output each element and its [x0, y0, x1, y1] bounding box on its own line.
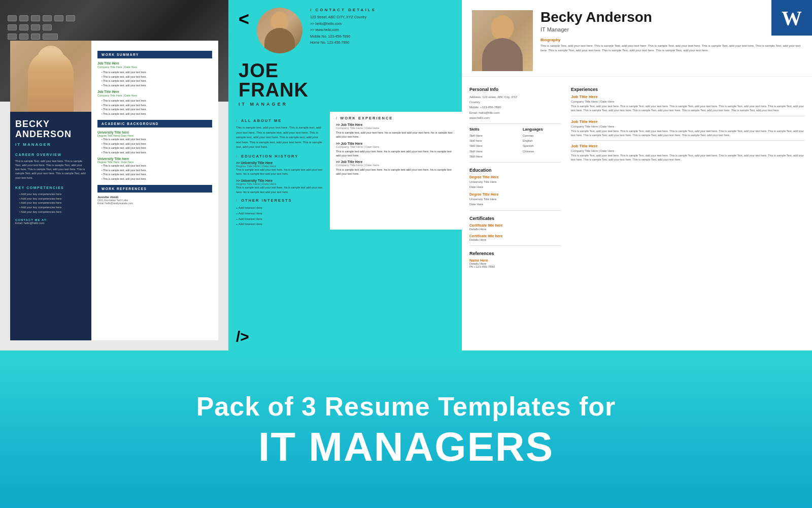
t3-header-info: Becky Anderson IT Manager Biography This…	[540, 10, 802, 71]
divider1	[469, 123, 561, 124]
t3-personal-info-text: Address: 123 street, ABC City, XYZ Count…	[469, 94, 561, 120]
t3-name: Becky Anderson	[540, 10, 802, 24]
t3-skills-grid: Skills Skill Here Skill here Skill Here …	[469, 127, 561, 159]
t3-references-label: References	[469, 251, 561, 256]
t2-name-area: JOE FRANK IT MANAGER	[228, 58, 462, 112]
divider2	[469, 162, 561, 163]
divider6	[571, 140, 804, 141]
t1-competency-2: • Add your key competencies here	[15, 197, 86, 201]
t3-exp3-company: Company Title Here | Date Here	[571, 149, 804, 152]
t2-right-col: / WORK EXPERIENCE >> Job Title Here Comp…	[330, 112, 462, 230]
t1-job1-title: Job Title Here	[97, 61, 212, 65]
t2-interest-4: » Add Interest Here	[236, 221, 322, 227]
t2-edu2-arrow: >> University Title Here	[236, 179, 322, 182]
t3-exp1-text: This is sample Text, add your text here.…	[571, 104, 804, 113]
t3-photo-head	[491, 15, 514, 41]
t1-contact-email: Email: hello@hello.com	[15, 221, 86, 225]
t3-lang-1: German	[523, 133, 561, 138]
t1-name2: ANDERSON	[15, 130, 86, 140]
t1-main-content: WORK SUMMARY Job Title Here Company Titl…	[91, 41, 218, 340]
t3-bio-label: Biography	[540, 38, 802, 42]
t3-exp3: Job Title Here Company Title Here | Date…	[571, 144, 804, 162]
t3-word-letter: W	[782, 6, 802, 30]
t2-angle-bracket: <	[239, 10, 249, 28]
divider3	[469, 210, 561, 211]
t3-right-col: Experiences Job Title Here Company Title…	[571, 82, 804, 268]
template1: BECKY ANDERSON IT MANAGER CAREER OVERVIE…	[0, 0, 228, 351]
t3-edu1-degree: Degree Title Here	[469, 175, 561, 179]
t3-exp3-title: Job Title Here	[571, 144, 804, 148]
t1-name-section: BECKY ANDERSON IT MANAGER CAREER OVERVIE…	[10, 112, 91, 232]
t2-work3: >> Job Title Here Company Title Here | D…	[336, 160, 456, 176]
t3-languages-col: Languages German English Spanish Chinese	[523, 127, 561, 159]
t2-work-exp-header: / WORK EXPERIENCE	[336, 116, 456, 120]
t2-body: / ALL ABOUT ME This is sample text, add …	[228, 112, 462, 230]
t2-work2-company: Company Title Here | Date Here	[336, 145, 456, 148]
t2-slash-about: /	[236, 118, 238, 123]
t1-ref-email: Email: hello@reallyreatsite.com	[97, 202, 212, 205]
t3-exp1-company: Company Title Here | Date Here	[571, 100, 804, 103]
t3-skill-5: Skill Here	[469, 154, 507, 159]
t3-personal-info-label: Personal Info	[469, 87, 561, 92]
t1-references-header: WORK REFERENCES	[97, 185, 212, 193]
t1-uni2-title: University Title here	[97, 157, 212, 161]
banner-line1: Pack of 3 Resume Templates for	[196, 391, 616, 422]
t3-skill-1: Skill Here	[469, 133, 507, 138]
t3-edu1: Degree Title Here University Title Here …	[469, 175, 561, 189]
t3-bio-text: This is sample Text, add your text here.…	[540, 44, 802, 53]
t2-work3-company: Company Title Here | Date Here	[336, 164, 456, 167]
t3-experiences-label: Experiences	[571, 87, 804, 92]
t3-cert2-title: Certificate title here	[469, 234, 561, 238]
t1-job1-company: Company Title Here | Date Here	[97, 66, 212, 69]
t1-photo	[10, 41, 91, 112]
t1-academic-header: ACADEMIC BACKGROUND	[97, 120, 212, 128]
t2-about-text: This is sample text, add your text here.…	[236, 125, 322, 150]
t2-job-title: IT MANAGER	[239, 102, 452, 107]
t3-lang-4: Chinese	[523, 149, 561, 154]
t2-work1-company: Company Title Here | Date Here	[336, 126, 456, 130]
t1-career-text: This is sample Text, add your text here.…	[15, 159, 86, 180]
t3-body: Personal Info Address: 123 street, ABC C…	[462, 77, 812, 273]
template2: < / CONTACT DETAILS 123 Street, ABC CITY…	[228, 0, 462, 351]
t3-photo-body	[482, 38, 523, 71]
t2-interest-1: » Add Interest Here	[236, 205, 322, 211]
t2-interest-2: » Add Interest Here	[236, 211, 322, 216]
t1-job-title: IT MANAGER	[15, 142, 86, 147]
t3-cert2-details: Details Here	[469, 238, 561, 242]
t2-work3-arrow: >> Job Title Here	[336, 160, 456, 164]
t3-skills-label: Skills	[469, 127, 507, 132]
t1-competency-5: • Add your key competencies here	[15, 210, 86, 214]
t2-bottom-icon: />	[236, 328, 249, 345]
t3-exp3-text: This is sample Text, add your text here.…	[571, 153, 804, 162]
t3-ref-phone: Ph.+123-456-7890	[469, 265, 561, 268]
t1-competency-4: • Add your key competencies here	[15, 205, 86, 210]
t2-about-header: / ALL ABOUT ME	[236, 118, 322, 123]
t3-cert1-details: Details Here	[469, 227, 561, 232]
t1-job1-bullets: • This is sample text, add your text her…	[97, 70, 212, 87]
t1-competency-1: • Add your key competencies here	[15, 192, 86, 197]
t2-edu1: >> University Title Here Degree Title He…	[236, 161, 322, 176]
t3-header: Becky Anderson IT Manager Biography This…	[462, 0, 812, 77]
t2-work1-arrow: >> Job Title Here	[336, 123, 456, 126]
t3-ref-name: Name Here	[469, 259, 561, 262]
t2-interests-header: / OTHER INTERESTS	[236, 198, 322, 203]
t1-job2-bullets: • This is sample text, add your text her…	[97, 99, 212, 116]
t2-edu1-text: This is sample text add your text here. …	[236, 168, 322, 176]
t3-edu2: Degree Title Here University Title Here …	[469, 193, 561, 207]
t2-work1: >> Job Title Here Company Title Here | D…	[336, 123, 456, 139]
t3-certificates-label: Certificates	[469, 216, 561, 221]
t2-edu-header: / EDUCATION HISTORY	[236, 154, 322, 158]
t2-interest-3: » Add Interest Here	[236, 216, 322, 222]
t3-exp2: Job Title Here Company Title Here | Date…	[571, 119, 804, 138]
t2-slash-edu: /	[236, 154, 238, 158]
t1-photo-body	[28, 51, 74, 112]
t1-work-summary-header: WORK SUMMARY	[97, 51, 212, 58]
t3-edu2-uni: University Title Here	[469, 197, 561, 202]
t2-work1-text: This is sample text, add your text here.…	[336, 131, 456, 139]
t3-word-icon: W	[771, 0, 812, 36]
t1-name: BECKY	[15, 119, 86, 130]
t3-exp2-text: This is sample Text, add your text here.…	[571, 129, 804, 138]
t1-competency-3: • Add your key competencies here	[15, 201, 86, 205]
t3-edu1-uni: University Title Here	[469, 179, 561, 184]
t2-contact-text: 123 Street, ABC CITY, XYZ Country >> hel…	[310, 14, 452, 46]
